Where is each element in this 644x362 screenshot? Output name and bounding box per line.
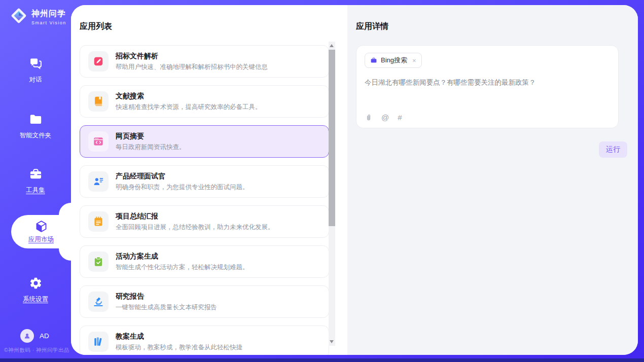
main-panel: 应用列表 招标文件解析帮助用户快速、准确地理解和解析招标书中的关键信息文献搜索快… [71,5,638,355]
app-card-desc: 一键智能生成高质量长文本研究报告 [116,303,217,312]
sidebar-item-label: 系统设置 [0,295,71,304]
bottom-bar [0,358,644,362]
app-card-text: 产品经理面试官明确身份和职责，为您提供专业性的面试问题。 [116,172,249,192]
scrollbar-thumb[interactable] [329,50,335,226]
run-row: 运行 [356,141,627,158]
sidebar-item-settings[interactable]: 系统设置 [0,276,71,304]
app-list-panel: 应用列表 招标文件解析帮助用户快速、准确地理解和解析招标书中的关键信息文献搜索快… [71,5,347,355]
app-card-title: 网页摘要 [116,132,186,141]
folder-icon [29,113,43,126]
user-profile[interactable]: AD [20,329,49,343]
app-card-text: 教案生成模板驱动，教案秒成，教学准备从此轻松快捷 [116,332,242,352]
tool-tag-label: Bing搜索 [381,56,407,65]
app-card-desc: 智能生成个性化活动方案，轻松解决规划难题。 [116,263,249,272]
sidebar-item-folders[interactable]: 智能文件夹 [0,113,71,140]
paperclip-icon[interactable] [365,114,373,122]
microscope-icon [88,292,109,312]
app-card[interactable]: 研究报告一键智能生成高质量长文本研究报告 [80,285,329,318]
mention-icon[interactable]: @ [381,114,389,122]
tool-tag-bing-search[interactable]: Bing搜索 × [365,53,422,68]
sidebar-item-label: 智能文件夹 [0,131,71,140]
app-card[interactable]: 招标文件解析帮助用户快速、准确地理解和解析招标书中的关键信息 [80,45,329,78]
app-card-text: 招标文件解析帮助用户快速、准确地理解和解析招标书中的关键信息 [116,52,268,71]
query-text[interactable]: 今日湖北有哪些新闻要点？有哪些需要关注的最新政策？ [365,78,610,87]
app-card-text: 活动方案生成智能生成个性化活动方案，轻松解决规划难题。 [116,252,249,272]
app-list-title: 应用列表 [80,21,347,32]
interview-icon [88,171,109,192]
app-card[interactable]: 教案生成模板驱动，教案秒成，教学准备从此轻松快捷 [80,325,329,355]
app-card-desc: 模板驱动，教案秒成，教学准备从此轻松快捷 [116,343,242,352]
app-card-title: 活动方案生成 [116,252,249,261]
app-card-title: 项目总结汇报 [116,212,274,221]
scroll-down-icon[interactable] [330,340,334,343]
app-card[interactable]: 活动方案生成智能生成个性化活动方案，轻松解决规划难题。 [80,245,329,278]
app-card-desc: 帮助用户快速、准确地理解和解析招标书中的关键信息 [116,63,268,71]
app-card-text: 文献搜索快速精准查找学术资源，提高研究效率的必备工具。 [116,92,262,112]
app-card-text: 研究报告一键智能生成高质量长文本研究报告 [116,292,217,312]
app-card-desc: 明确身份和职责，为您提供专业性的面试问题。 [116,183,249,192]
books-icon [88,332,109,352]
chat-icon [29,57,43,70]
app-card-desc: 快速精准查找学术资源，提高研究效率的必备工具。 [116,103,262,112]
copyright-footer: ©神州数码 · 神州问学出品 [4,347,69,354]
app-card[interactable]: 项目总结汇报全面回顾项目进展，总结经验教训，助力未来优化发展。 [80,205,329,238]
input-toolbar: @ # [365,114,402,122]
pill-corner-top [59,203,71,215]
avatar [20,329,34,343]
app-card-desc: 每日政府新闻资讯快查。 [116,143,186,152]
scrollbar[interactable] [329,42,335,346]
hash-icon[interactable]: # [398,114,402,122]
app-card-title: 产品经理面试官 [116,172,249,181]
app-card-title: 文献搜索 [116,92,262,101]
app-list: 招标文件解析帮助用户快速、准确地理解和解析招标书中的关键信息文献搜索快速精准查找… [80,45,329,355]
app-detail-title: 应用详情 [356,21,638,32]
toolbox-icon [29,167,43,181]
brand-name: 神州问学 [31,9,66,19]
app-card[interactable]: 文献搜索快速精准查找学术资源，提高研究效率的必备工具。 [80,85,329,118]
brand-subtitle: Smart Vision [31,20,66,25]
sidebar-item-chat[interactable]: 对话 [0,57,71,84]
cube-icon [34,220,48,233]
tag-close-icon[interactable]: × [412,57,416,64]
app-card-title: 招标文件解析 [116,52,268,61]
sidebar-item-label: 对话 [0,76,71,84]
briefcase-icon [370,57,377,64]
app-card-text: 项目总结汇报全面回顾项目进展，总结经验教训，助力未来优化发展。 [116,212,274,232]
app-card[interactable]: 网页摘要每日政府新闻资讯快查。 [80,125,329,158]
edit-icon [88,51,109,71]
user-initials: AD [40,332,49,340]
app-card-desc: 全面回顾项目进展，总结经验教训，助力未来优化发展。 [116,223,274,232]
sidebar-item-label: 工具集 [0,186,71,195]
pill-corner-bottom [59,248,71,261]
sidebar: 神州问学 Smart Vision 对话智能文件夹工具集应用市场系统设置 AD … [0,0,71,358]
sidebar-item-label: 应用市场 [28,235,54,244]
browser-icon [88,131,109,152]
app-detail-panel: 应用详情 Bing搜索 × 今日湖北有哪些新闻要点？有哪些需要关注的最新政策？ … [347,5,638,355]
book-icon [88,91,109,112]
sidebar-item-tools[interactable]: 工具集 [0,167,71,195]
app-card[interactable]: 产品经理面试官明确身份和职责，为您提供专业性的面试问题。 [80,165,329,198]
brand-logo: 神州问学 Smart Vision [9,6,66,27]
app-card-title: 教案生成 [116,332,242,341]
brand-diamond-icon [9,6,28,27]
app-card-text: 网页摘要每日政府新闻资讯快查。 [116,132,186,152]
clipboard-icon [88,251,109,272]
notepad-icon [88,211,109,232]
app-card-title: 研究报告 [116,292,217,301]
scroll-up-icon[interactable] [330,44,334,47]
sidebar-item-market[interactable]: 应用市场 [11,215,71,248]
run-button[interactable]: 运行 [599,141,627,158]
gear-icon [29,276,43,290]
prompt-input-card[interactable]: Bing搜索 × 今日湖北有哪些新闻要点？有哪些需要关注的最新政策？ @ # [356,45,619,128]
